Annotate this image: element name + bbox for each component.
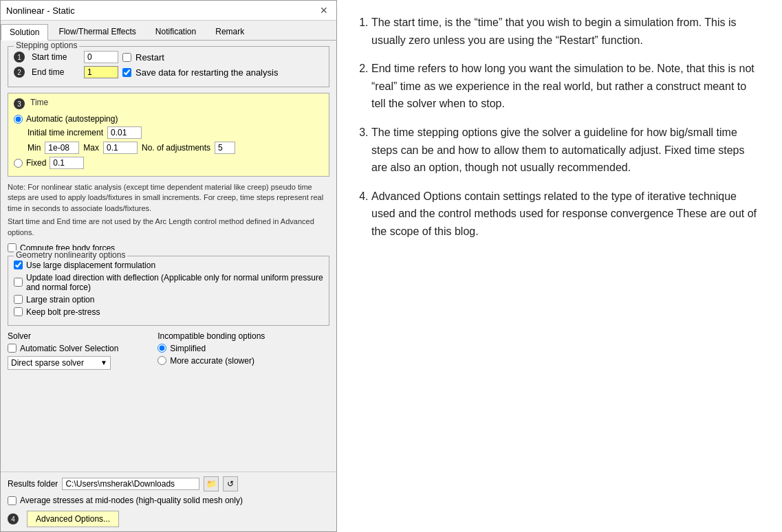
fixed-label: Fixed [26, 158, 46, 168]
max-label: Max [83, 143, 99, 153]
keep-bolt-row: Keep bolt pre-stress [14, 307, 323, 317]
simplified-row: Simplified [158, 344, 329, 353]
auto-solver-checkbox[interactable] [8, 344, 17, 353]
auto-radio-row: Automatic (autostepping) [14, 114, 323, 124]
badge-1: 1 [14, 52, 25, 63]
list-item-1: The start time, is the “time” that you w… [371, 14, 761, 49]
average-stresses-row: Average stresses at mid-nodes (high-qual… [8, 496, 329, 505]
average-stresses-label: Average stresses at mid-nodes (high-qual… [20, 496, 243, 505]
auto-radio[interactable] [14, 115, 23, 124]
bottom-area: Results folder 📁 ↺ Average stresses at m… [1, 472, 336, 531]
refresh-icon: ↺ [227, 479, 234, 489]
titlebar: Nonlinear - Static ✕ [1, 1, 336, 21]
item-3-text: The time stepping options give the solve… [371, 126, 745, 173]
simplified-label: Simplified [170, 344, 206, 353]
browse-folder-button[interactable]: 📁 [204, 476, 219, 491]
initial-increment-label: Initial time increment [28, 128, 103, 137]
fixed-input[interactable] [50, 157, 84, 169]
tab-notification[interactable]: Notification [146, 23, 205, 40]
more-accurate-label: More accurate (slower) [170, 356, 254, 366]
right-panel: The start time, is the “time” that you w… [337, 0, 782, 532]
min-max-row: Min Max No. of adjustments [28, 142, 323, 154]
incompatible-col: Incompatible bonding options Simplified … [158, 331, 329, 370]
fixed-radio-row: Fixed [14, 157, 323, 169]
list-item-3: The time stepping options give the solve… [371, 124, 761, 177]
initial-increment-input[interactable] [107, 126, 142, 139]
keep-bolt-label: Keep bolt pre-stress [26, 307, 100, 317]
save-data-label: Save data for restarting the analysis [135, 67, 278, 78]
list-item-2: End time refers to how long you want the… [371, 60, 761, 113]
dialog-title: Nonlinear - Static [6, 5, 75, 16]
refresh-button[interactable]: ↺ [223, 476, 238, 491]
item-1-text: The start time, is the “time” that you w… [371, 16, 737, 46]
tab-bar: Solution Flow/Thermal Effects Notificati… [1, 21, 336, 41]
results-folder-row: Results folder 📁 ↺ [8, 476, 329, 491]
min-label: Min [28, 143, 41, 153]
tab-remark[interactable]: Remark [206, 23, 253, 40]
item-4-text: Advanced Options contain settings relate… [371, 190, 757, 237]
update-load-label: Update load direction with deflection (A… [26, 273, 323, 292]
end-time-row: 2 End time Save data for restarting the … [14, 66, 323, 78]
tab-solution[interactable]: Solution [1, 24, 48, 41]
badge-2: 2 [14, 67, 25, 78]
initial-increment-row: Initial time increment [28, 126, 323, 139]
close-button[interactable]: ✕ [317, 5, 331, 16]
dropdown-arrow-icon: ▼ [100, 359, 107, 366]
solver-dropdown-value: Direct sparse solver [11, 358, 84, 368]
fixed-radio[interactable] [14, 159, 23, 168]
simplified-radio[interactable] [158, 344, 166, 353]
save-data-checkbox[interactable] [122, 68, 131, 77]
large-strain-checkbox[interactable] [14, 295, 23, 304]
incompatible-label: Incompatible bonding options [158, 331, 329, 341]
auto-solver-label: Automatic Solver Selection [20, 344, 118, 353]
tab-flow-thermal[interactable]: Flow/Thermal Effects [50, 23, 144, 40]
geometry-nonlinearity-label: Geometry nonlinearity options [14, 250, 127, 260]
solver-dropdown[interactable]: Direct sparse solver ▼ [8, 356, 111, 370]
list-item-4: Advanced Options contain settings relate… [371, 188, 761, 241]
start-time-row: 1 Start time Restart [14, 51, 323, 63]
dialog-content: Stepping options 1 Start time Restart 2 … [1, 41, 336, 472]
large-strain-label: Large strain option [26, 295, 94, 304]
badge-3: 3 [14, 98, 25, 109]
time-section: 3 Time Automatic (autostepping) Initial … [8, 93, 329, 177]
note1: Note: For nonlinear static analysis (exc… [8, 182, 329, 214]
average-stresses-checkbox[interactable] [8, 496, 17, 505]
max-input[interactable] [103, 142, 138, 154]
adjustments-label: No. of adjustments [142, 143, 210, 153]
adjustments-input[interactable] [215, 142, 235, 154]
advanced-options-button[interactable]: Advanced Options... [27, 511, 119, 527]
start-time-input[interactable] [84, 51, 118, 63]
large-displacement-row: Use large displacement formulation [14, 261, 323, 270]
nonlinear-dialog: Nonlinear - Static ✕ Solution Flow/Therm… [0, 0, 337, 532]
restart-checkbox[interactable] [122, 53, 131, 62]
time-label: Time [30, 98, 48, 107]
solver-label: Solver [8, 331, 151, 341]
geometry-nonlinearity-group: Geometry nonlinearity options Use large … [8, 256, 329, 326]
results-folder-input[interactable] [62, 478, 199, 490]
content-list: The start time, is the “time” that you w… [358, 14, 761, 241]
min-input[interactable] [45, 142, 79, 154]
auto-label: Automatic (autostepping) [26, 114, 118, 124]
end-time-label: End time [32, 67, 80, 77]
badge-4: 4 [8, 513, 19, 524]
note2: Start time and End time are not used by … [8, 217, 329, 238]
more-accurate-radio[interactable] [158, 356, 166, 365]
stepping-options-group: Stepping options 1 Start time Restart 2 … [8, 46, 329, 87]
auto-solver-row: Automatic Solver Selection [8, 344, 151, 353]
keep-bolt-checkbox[interactable] [14, 307, 23, 316]
solver-col: Solver Automatic Solver Selection Direct… [8, 331, 151, 370]
solver-incompatible-area: Solver Automatic Solver Selection Direct… [8, 331, 329, 370]
update-load-row: Update load direction with deflection (A… [14, 273, 323, 292]
large-displacement-label: Use large displacement formulation [26, 261, 155, 270]
stepping-options-label: Stepping options [14, 41, 79, 50]
folder-icon: 📁 [206, 479, 217, 489]
large-strain-row: Large strain option [14, 295, 323, 304]
more-accurate-row: More accurate (slower) [158, 356, 329, 366]
update-load-checkbox[interactable] [14, 278, 23, 287]
item-2-text: End time refers to how long you want the… [371, 63, 754, 109]
start-time-label: Start time [32, 52, 80, 62]
results-folder-label: Results folder [8, 479, 58, 489]
end-time-input[interactable] [84, 66, 118, 78]
restart-label: Restart [135, 52, 164, 63]
large-displacement-checkbox[interactable] [14, 261, 23, 269]
